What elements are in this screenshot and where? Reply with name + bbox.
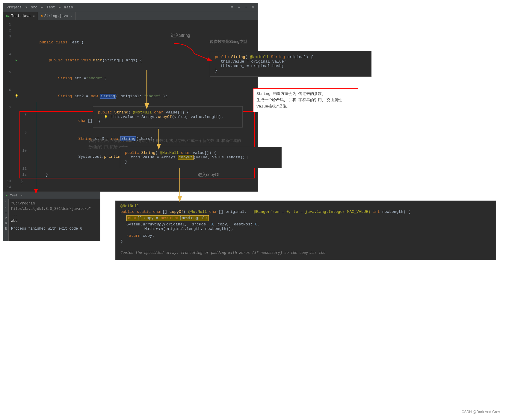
scroll-up-icon[interactable]: ↑	[5, 200, 7, 204]
bottom-doc-line: Copies the specified array, truncating o…	[120, 251, 491, 255]
tab-bar: G▸ Test.java ✕ S String.java ✕	[3, 12, 258, 20]
bottom-annotation-line: @NotNull	[120, 204, 491, 208]
mid-line-1: public String( @NotNull char value[]) {	[98, 110, 238, 115]
bottom-code-line-4: Math.min(original.length, newLength));	[120, 227, 491, 231]
code-middle-panel: public String( @NotNull char value[]) { …	[93, 106, 243, 128]
ide-toolbar: Project ▼ src ▶ Test ▶ main ≡ ≔ ÷ ⚙	[3, 3, 258, 12]
tab-string-icon: S	[41, 14, 43, 18]
console-content: "C:\Program Files\Java\jdk1.8.0_301\bin\…	[3, 199, 100, 233]
run-arrow-icon: ▶	[16, 57, 17, 63]
mid-line-2: 💡 this.value = Arrays.copyOf(value, valu…	[98, 115, 238, 119]
toolbar-icon-4[interactable]: ⚙	[251, 4, 255, 10]
constructor-line-3: this.hash_ = original.hash;	[215, 64, 366, 68]
toolbar-icon-3[interactable]: ÷	[244, 5, 248, 10]
tab-test-close[interactable]: ✕	[33, 14, 35, 18]
constructor-line-2: this.value = original.value;	[215, 59, 366, 64]
bottom-highlight-box: char[] copy = new char[newLength];	[126, 215, 209, 221]
tab-test-icon: G▸	[6, 14, 10, 18]
code-middle-panel-2: public String( @NotNull char value[]) { …	[120, 147, 282, 168]
tab-string-label: String.java	[44, 14, 68, 18]
bulb-icon: 💡	[15, 93, 18, 99]
csdn-credit: CSDN @Dark And Grey	[462, 410, 500, 414]
annotation-box-line-1: String 构造方法会为 传过来的参数,	[256, 91, 355, 97]
toolbar-main[interactable]: main	[63, 5, 74, 10]
tab-test-label: Test.java	[11, 14, 31, 18]
annotation-box-line-2: 生成一个哈希码, 并将 字符串的引用, 交由属性	[256, 97, 355, 104]
annotation-box-constructor: String 构造方法会为 传过来的参数, 生成一个哈希码, 并将 字符串的引用…	[253, 88, 358, 112]
mid-line-3: }	[98, 119, 238, 124]
bottom-code-line-5: return copy;	[120, 233, 491, 238]
console-run-icon: ▶	[6, 194, 7, 197]
copyof-highlight: copyOf	[178, 155, 194, 160]
console-panel: ▶ Test ✕ ↑ ↓ ☰ ⚙ 🖨 🗑 "C:\Program Files\J…	[3, 192, 100, 241]
toolbar-icon-1[interactable]: ≡	[230, 5, 234, 10]
annotation-box-line-3: value接收/记住。	[256, 104, 355, 110]
mid2-line-3: }	[125, 160, 277, 164]
bottom-code-line-1: public static char[] copyOf( @NotNull ch…	[120, 210, 491, 214]
annotation-enter-copyof: 进入copyOf	[198, 172, 219, 178]
list-icon[interactable]: ☰	[4, 210, 7, 214]
scroll-down-icon[interactable]: ↓	[5, 205, 7, 209]
toolbar-icon-2[interactable]: ≔	[237, 4, 241, 10]
code-line-6: 6 💡 String str2 = new String( original: …	[3, 87, 258, 105]
constructor-line-4: }	[215, 68, 366, 73]
gear-console-icon[interactable]: ⚙	[5, 216, 7, 219]
console-output-abc: abc	[11, 218, 98, 224]
tab-test-java[interactable]: G▸ Test.java ✕	[3, 12, 38, 20]
console-header: ▶ Test ✕	[3, 192, 100, 199]
console-side-icons: ↑ ↓ ☰ ⚙ 🖨 🗑	[3, 199, 9, 241]
toolbar-test[interactable]: Test	[45, 5, 56, 10]
string-highlight-6: String	[100, 94, 116, 99]
toolbar-src[interactable]: src	[30, 5, 39, 10]
bottom-code-line-6: }	[120, 239, 491, 244]
tab-string-close[interactable]: ✕	[70, 14, 72, 18]
console-path-line: "C:\Program Files\Java\jdk1.8.0_301\bin\…	[11, 201, 98, 217]
console-close-btn[interactable]: ✕	[21, 194, 22, 197]
bottom-code-line-3: System.arraycopy(original, srcPos: 0, co…	[120, 222, 491, 227]
bottom-code-panel: @NotNull public static char[] copyOf( @N…	[115, 201, 496, 260]
code-line-13: 13 }	[3, 178, 258, 184]
toolbar-project[interactable]: Project	[5, 5, 23, 10]
bottom-code-line-2: char[] copy = new char[newLength];	[120, 214, 491, 221]
annotation-param-type: 传参数据是String类型	[210, 39, 247, 44]
trash-icon[interactable]: 🗑	[4, 227, 7, 230]
code-line-14: 14	[3, 184, 258, 190]
mid2-line-2: this.value = Arrays.copyOf(value, value.…	[125, 155, 277, 160]
console-tab-label[interactable]: Test	[10, 194, 18, 197]
annotation-enter-string: 进入String	[171, 33, 190, 38]
mid2-line-1: public String( @NotNull char value[]) {	[125, 151, 277, 155]
console-exit-line: Process finished with exit code 0	[11, 226, 98, 231]
string-constructor-panel-1: public String( @NotNull String original)…	[210, 51, 371, 77]
constructor-line-1: public String( @NotNull String original)…	[215, 55, 366, 59]
code-line-2: 2	[3, 28, 258, 34]
print-icon[interactable]: 🖨	[4, 221, 7, 225]
code-line-1: 1	[3, 22, 258, 28]
tab-string-java[interactable]: S String.java ✕	[38, 12, 75, 20]
